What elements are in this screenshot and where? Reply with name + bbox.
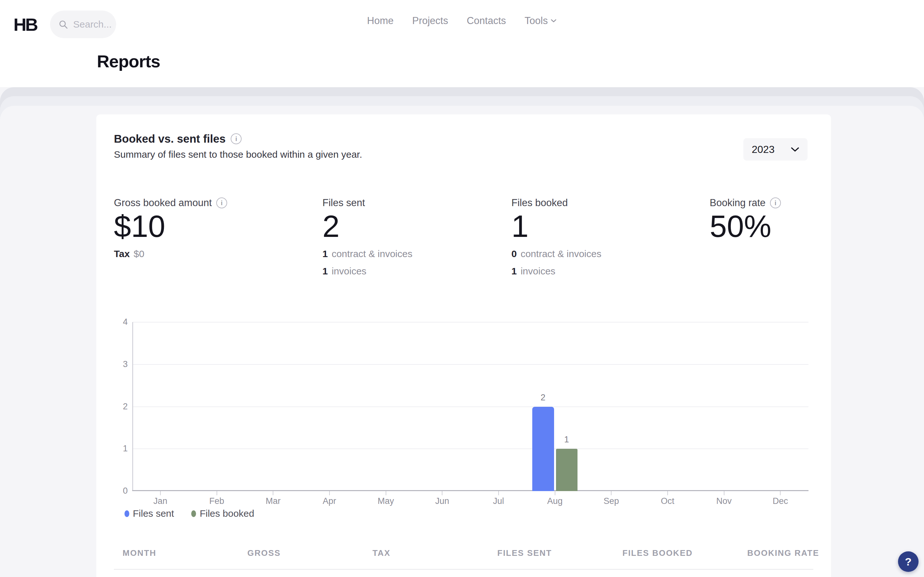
card-title-row: Booked vs. sent files bbox=[114, 132, 242, 145]
stat-sub-text: contract & invoices bbox=[521, 248, 602, 259]
nav-label: Home bbox=[367, 15, 394, 27]
stat-label: Files sent bbox=[322, 197, 365, 209]
search-icon bbox=[58, 19, 68, 29]
stat-label-text: Gross booked amount bbox=[114, 197, 212, 209]
search-input[interactable]: Search... bbox=[50, 11, 116, 38]
stat-value: 50% bbox=[710, 209, 771, 244]
legend-files-sent[interactable]: Files sent bbox=[124, 508, 174, 519]
table-header-files-sent: FILES SENT bbox=[497, 548, 552, 558]
help-button[interactable]: ? bbox=[898, 551, 919, 572]
x-axis-label-sep: Sep bbox=[583, 496, 640, 506]
y-axis-line bbox=[132, 322, 133, 491]
table-header-row: MONTHGROSSTAXFILES SENTFILES BOOKEDBOOKI… bbox=[96, 548, 831, 561]
x-axis-label-apr: Apr bbox=[301, 496, 358, 506]
y-axis-label: 4 bbox=[112, 317, 128, 327]
table-header-booking-rate: BOOKING RATE bbox=[747, 548, 819, 558]
x-axis-label-aug: Aug bbox=[527, 496, 583, 506]
stat-subline: 1contract & invoices bbox=[322, 248, 412, 259]
nav-item-home[interactable]: Home bbox=[367, 15, 394, 27]
stat-sub-text: invoices bbox=[332, 266, 367, 277]
x-axis-label-jan: Jan bbox=[132, 496, 189, 506]
x-axis-tick bbox=[555, 491, 556, 495]
nav-item-tools[interactable]: Tools bbox=[525, 15, 556, 27]
stat-subline: 0contract & invoices bbox=[511, 248, 601, 259]
nav-item-contacts[interactable]: Contacts bbox=[467, 15, 506, 27]
page-title: Reports bbox=[97, 51, 160, 71]
stat-value: 1 bbox=[511, 209, 528, 244]
x-axis-tick bbox=[611, 491, 612, 495]
gridline-y4 bbox=[132, 322, 809, 322]
stat-subline: Tax$0 bbox=[114, 248, 144, 259]
stat-sub-number: 1 bbox=[511, 266, 517, 277]
info-icon[interactable] bbox=[770, 197, 781, 208]
stat-subline: 1invoices bbox=[511, 266, 556, 277]
x-axis-label-nov: Nov bbox=[696, 496, 752, 506]
y-axis-label: 0 bbox=[112, 486, 128, 496]
x-axis-tick bbox=[780, 491, 780, 495]
card-title: Booked vs. sent files bbox=[114, 132, 226, 145]
chevron-down-icon bbox=[791, 147, 799, 152]
stat-label-text: Files sent bbox=[322, 197, 365, 209]
table-header-month: MONTH bbox=[123, 548, 156, 558]
stat-subline: 1invoices bbox=[322, 266, 367, 277]
stat-sub-text: $0 bbox=[134, 248, 144, 259]
legend-dot bbox=[191, 510, 196, 517]
legend-files-booked[interactable]: Files booked bbox=[191, 508, 254, 519]
stat-label-text: Files booked bbox=[511, 197, 568, 209]
bar-value-label: 2 bbox=[532, 393, 554, 403]
x-axis-tick bbox=[442, 491, 443, 495]
stat-label: Booking rate bbox=[710, 197, 781, 209]
stat-sub-number: 1 bbox=[322, 248, 328, 259]
stat-label: Gross booked amount bbox=[114, 197, 227, 209]
table-header-divider bbox=[114, 569, 813, 570]
gridline-y3 bbox=[132, 364, 809, 365]
gridline-y1 bbox=[132, 448, 809, 449]
bar-files-booked-aug bbox=[556, 449, 577, 491]
y-axis-label: 2 bbox=[112, 402, 128, 412]
stat-sub-text: invoices bbox=[521, 266, 556, 277]
x-axis-tick bbox=[329, 491, 330, 495]
nav-label: Contacts bbox=[467, 15, 506, 27]
x-axis-tick bbox=[724, 491, 724, 495]
x-axis-label-may: May bbox=[358, 496, 414, 506]
x-axis-label-jun: Jun bbox=[414, 496, 470, 506]
stat-value: $10 bbox=[114, 209, 165, 244]
x-axis-tick bbox=[667, 491, 668, 495]
bar-files-sent-aug bbox=[532, 407, 554, 492]
topbar: HB Search... HomeProjectsContactsTools N… bbox=[0, 0, 924, 87]
search-placeholder: Search... bbox=[73, 19, 111, 30]
main-nav: HomeProjectsContactsTools bbox=[367, 0, 556, 42]
stat-sub-number: 1 bbox=[322, 266, 328, 277]
logo[interactable]: HB bbox=[13, 14, 37, 35]
nav-label: Tools bbox=[525, 15, 548, 27]
info-icon[interactable] bbox=[231, 133, 242, 144]
year-select[interactable]: 2023 bbox=[743, 138, 808, 161]
stat-sub-number: Tax bbox=[114, 248, 129, 259]
x-axis-line bbox=[132, 490, 809, 491]
chart-legend: Files sentFiles booked bbox=[124, 508, 254, 519]
report-card: Booked vs. sent files Summary of files s… bbox=[96, 114, 831, 577]
table-header-tax: TAX bbox=[373, 548, 391, 558]
legend-dot bbox=[124, 510, 129, 517]
x-axis-label-feb: Feb bbox=[189, 496, 245, 506]
y-axis-label: 3 bbox=[112, 359, 128, 369]
info-icon[interactable] bbox=[216, 197, 227, 208]
card-subtitle: Summary of files sent to those booked wi… bbox=[114, 149, 362, 160]
x-axis-tick bbox=[160, 491, 161, 495]
nav-label: Projects bbox=[412, 15, 448, 27]
stat-label-text: Booking rate bbox=[710, 197, 766, 209]
stat-sub-text: contract & invoices bbox=[332, 248, 413, 259]
nav-item-projects[interactable]: Projects bbox=[412, 15, 448, 27]
x-axis-label-jul: Jul bbox=[470, 496, 527, 506]
bar-chart: 01234JanFebMarAprMayJunJulAug21SepOctNov… bbox=[132, 322, 809, 491]
stat-label: Files booked bbox=[511, 197, 568, 209]
legend-label: Files booked bbox=[200, 508, 254, 519]
chevron-down-icon bbox=[551, 19, 556, 23]
year-select-value: 2023 bbox=[752, 143, 774, 155]
x-axis-label-mar: Mar bbox=[245, 496, 301, 506]
x-axis-label-dec: Dec bbox=[752, 496, 809, 506]
gridline-y2 bbox=[132, 406, 809, 407]
legend-label: Files sent bbox=[133, 508, 174, 519]
x-axis-tick bbox=[273, 491, 273, 495]
x-axis-tick bbox=[498, 491, 499, 495]
